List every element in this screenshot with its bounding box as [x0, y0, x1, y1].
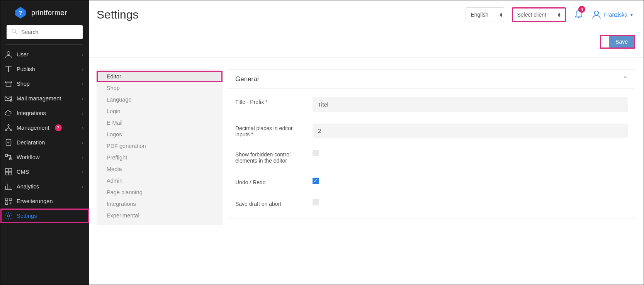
sidebar-item-analytics[interactable]: Analytics › — [0, 179, 89, 194]
svg-rect-12 — [5, 169, 8, 171]
client-select-value: Select client — [517, 12, 546, 18]
topbar: Settings English ▲▼ Select client ▲▼ 4 F… — [89, 0, 644, 29]
undo-redo-checkbox[interactable]: ✓ — [313, 178, 319, 184]
undo-redo-label: Undo / Redo — [235, 178, 305, 185]
subnav-item-pageplanning[interactable]: Page planning — [97, 187, 223, 198]
subnav-item-language[interactable]: Language — [97, 94, 223, 105]
sidebar-item-publish[interactable]: Publish › — [0, 62, 89, 76]
sidebar-item-label: Analytics — [17, 183, 39, 190]
logo-icon: ? — [14, 6, 27, 20]
chevron-right-icon: › — [82, 169, 83, 175]
sidebar-item-label: CMS — [17, 169, 29, 175]
title-prefix-input[interactable] — [313, 97, 628, 112]
svg-rect-14 — [5, 172, 8, 175]
select-arrows-icon: ▲▼ — [557, 12, 561, 17]
sidebar-item-label: Publish — [17, 66, 35, 72]
decimal-places-label: Decimal places in editor inputs * — [235, 124, 305, 137]
check-icon: ✓ — [314, 178, 318, 183]
chevron-right-icon: › — [82, 154, 83, 160]
client-select[interactable]: Select client ▲▼ — [512, 7, 566, 22]
panel-header[interactable]: General ⌃ — [228, 70, 635, 89]
username: Franziska — [604, 12, 627, 18]
grid-plus-icon — [4, 197, 13, 205]
sidebar-item-label: Erweiterungen — [17, 198, 53, 204]
caret-down-icon: ▼ — [630, 13, 634, 17]
subnav-item-editor[interactable]: Editor — [97, 71, 223, 82]
svg-point-8 — [10, 130, 12, 131]
subnav-item-experimental[interactable]: Experimental — [97, 210, 223, 221]
select-arrows-icon: ▲▼ — [499, 12, 503, 17]
sidebar-item-label: Mail management — [17, 95, 61, 102]
chevron-right-icon: › — [82, 110, 83, 116]
sidebar-item-label: Integrations — [17, 110, 46, 116]
search-box[interactable] — [7, 25, 83, 39]
chart-icon — [4, 182, 13, 191]
document-check-icon — [4, 138, 13, 147]
brand-logo[interactable]: ? printformer — [0, 6, 89, 25]
svg-rect-4 — [5, 96, 12, 101]
subnav-item-logos[interactable]: Logos — [97, 129, 223, 140]
cloud-icon — [4, 109, 13, 117]
notification-badge: 4 — [578, 6, 585, 13]
save-draft-label: Save draft on abort — [235, 199, 305, 207]
chevron-right-icon: › — [82, 81, 83, 87]
user-icon — [4, 50, 13, 59]
chevron-right-icon: › — [82, 66, 83, 72]
chevron-right-icon: › — [82, 183, 83, 190]
sidebar-item-label: Settings — [17, 213, 37, 219]
notifications-button[interactable]: 4 — [574, 8, 584, 21]
sidebar-item-label: Management — [17, 125, 49, 131]
title-prefix-label: Title - Prefix * — [235, 97, 305, 105]
user-menu[interactable]: Franziska ▼ — [591, 9, 634, 20]
save-draft-checkbox[interactable] — [313, 199, 319, 205]
sidebar-item-label: Declaration — [17, 139, 45, 146]
mail-gear-icon — [4, 94, 13, 103]
sidebar-item-label: Workflow — [17, 154, 39, 160]
sidebar-item-settings[interactable]: Settings — [0, 209, 89, 223]
page-title: Settings — [97, 8, 138, 21]
sidebar-item-mail[interactable]: Mail management › — [0, 91, 89, 106]
subnav-item-media[interactable]: Media — [97, 163, 223, 175]
svg-point-7 — [5, 130, 7, 131]
sidebar-item-extensions[interactable]: Erweiterungen — [0, 194, 89, 209]
svg-point-3 — [7, 52, 10, 54]
sidebar-item-label: User — [17, 51, 29, 58]
svg-rect-15 — [9, 172, 12, 175]
sidebar-item-integrations[interactable]: Integrations › — [0, 106, 89, 120]
svg-rect-10 — [5, 154, 8, 157]
subnav-item-preflight[interactable]: Preflight — [97, 152, 223, 163]
panel-title: General — [235, 75, 258, 83]
subnav-item-integrations[interactable]: Integrations — [97, 198, 223, 210]
subnav-item-shop[interactable]: Shop — [97, 82, 223, 94]
forbidden-controls-checkbox[interactable] — [313, 150, 319, 156]
subnav-item-admin[interactable]: Admin — [97, 175, 223, 187]
svg-point-1 — [12, 29, 15, 32]
subnav-item-login[interactable]: Login — [97, 105, 223, 117]
sidebar-item-workflow[interactable]: Workflow › — [0, 150, 89, 165]
sidebar-item-declaration[interactable]: Declaration › — [0, 135, 89, 150]
save-button[interactable]: Save — [609, 36, 634, 48]
sidebar-item-cms[interactable]: CMS › — [0, 165, 89, 179]
svg-rect-17 — [9, 198, 12, 200]
subnav-item-email[interactable]: E-Mail — [97, 117, 223, 129]
badge: 7 — [55, 124, 62, 131]
chevron-right-icon: › — [82, 139, 83, 146]
svg-text:?: ? — [19, 10, 22, 16]
svg-rect-13 — [9, 169, 12, 171]
divider — [7, 44, 83, 45]
svg-line-2 — [15, 32, 17, 34]
decimal-places-input[interactable] — [313, 124, 628, 138]
svg-rect-18 — [5, 202, 8, 204]
svg-point-20 — [595, 11, 599, 15]
chevron-right-icon: › — [82, 125, 83, 131]
main: Settings English ▲▼ Select client ▲▼ 4 F… — [89, 0, 644, 285]
subnav-item-pdf[interactable]: PDF generation — [97, 140, 223, 152]
sidebar-item-shop[interactable]: Shop › — [0, 76, 89, 91]
search-input[interactable] — [21, 29, 78, 35]
chevron-right-icon: › — [82, 51, 83, 58]
gear-icon — [4, 212, 13, 220]
language-select[interactable]: English ▲▼ — [466, 7, 504, 22]
sidebar-item-management[interactable]: Management 7 › — [0, 120, 89, 135]
general-panel: General ⌃ Title - Prefix * Decimal place… — [228, 69, 635, 219]
sidebar-item-user[interactable]: User › — [0, 47, 89, 62]
